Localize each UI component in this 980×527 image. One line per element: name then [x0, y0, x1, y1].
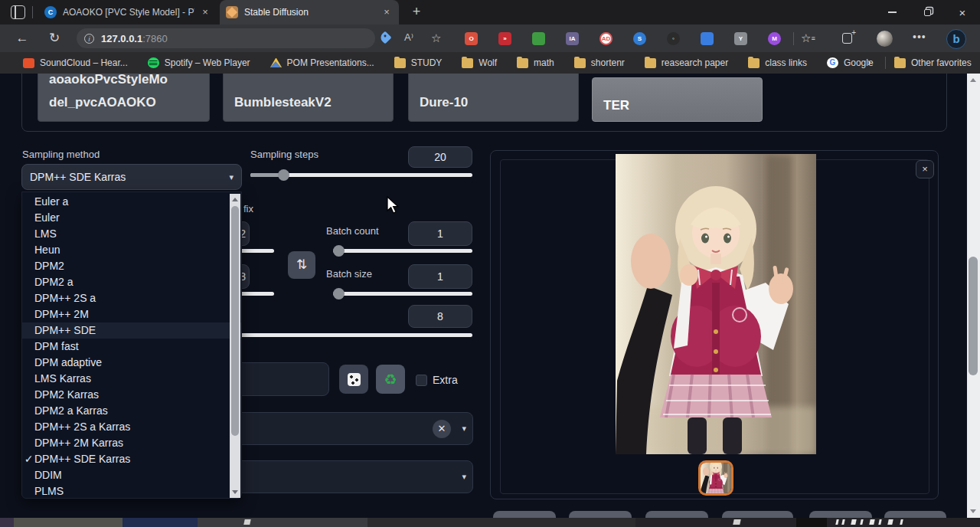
location-pin-extension-icon[interactable]: ◦	[667, 32, 680, 45]
sampler-option[interactable]: DPM++ 2M Karras	[22, 435, 241, 451]
slider-thumb[interactable]	[333, 288, 345, 300]
sampler-option[interactable]: Heun	[22, 242, 241, 258]
green-monster-extension-icon[interactable]	[532, 32, 545, 45]
scroll-up-icon[interactable]	[232, 198, 238, 201]
scrollbar-thumb[interactable]	[231, 206, 239, 436]
refresh-icon[interactable]: ↻	[46, 30, 63, 47]
add-favorite-icon[interactable]: ☆	[431, 31, 441, 45]
sampler-option[interactable]: DPM++ 2M	[22, 306, 241, 322]
globe-extension-icon[interactable]	[701, 32, 714, 45]
page-scrollbar[interactable]	[967, 74, 980, 518]
sampler-option[interactable]: Euler a	[22, 194, 241, 210]
tab-stable-diffusion[interactable]: Stable Diffusion ×	[220, 0, 399, 25]
model-card-selected[interactable]: TER	[592, 77, 763, 122]
sampler-option[interactable]: DDIM	[22, 467, 241, 483]
extra-checkbox[interactable]	[416, 375, 427, 386]
restore-button[interactable]	[910, 0, 945, 25]
tab-civitai[interactable]: C AOAOKO [PVC Style Model] - PV ×	[38, 0, 217, 25]
clear-icon[interactable]: ✕	[433, 420, 451, 438]
gallery-action-button[interactable]	[809, 511, 872, 518]
sampler-option[interactable]: DPM2	[22, 258, 241, 274]
sampler-option[interactable]: PLMS	[22, 483, 241, 499]
sampling-steps-slider[interactable]	[250, 173, 472, 177]
sampler-option[interactable]: LMS	[22, 226, 241, 242]
bookmark-item[interactable]: POM Presentations...	[270, 57, 374, 68]
sampler-option[interactable]: ✓DPM++ SDE Karras	[22, 451, 241, 467]
sampler-option[interactable]: DPM adaptive	[22, 355, 241, 371]
workspaces-icon[interactable]	[11, 5, 25, 19]
bing-chat-icon[interactable]: b	[946, 29, 966, 49]
close-tab-icon[interactable]: ×	[199, 6, 211, 18]
sampler-option[interactable]: Euler	[22, 210, 241, 226]
minimize-button[interactable]	[874, 0, 910, 25]
collections-icon[interactable]	[842, 33, 852, 44]
batch-size-slider[interactable]	[333, 292, 472, 296]
slider-thumb[interactable]	[333, 245, 345, 257]
close-gallery-button[interactable]: ×	[916, 160, 934, 178]
sampler-option[interactable]: DPM2 Karras	[22, 387, 241, 403]
settings-menu-icon[interactable]: •••	[913, 31, 926, 43]
sampler-option[interactable]: DPM++ 2S a	[22, 290, 241, 306]
reuse-seed-button[interactable]: ♻	[376, 365, 405, 394]
gallery-thumbnail-selected[interactable]	[698, 460, 733, 496]
bookmark-item[interactable]: GGoogle	[827, 57, 874, 68]
model-card[interactable]: BumblesteakV2	[223, 74, 394, 122]
profile-avatar[interactable]	[877, 31, 893, 47]
new-tab-button[interactable]: +	[408, 4, 425, 21]
model-card[interactable]: aoaokoPvcStyleMo del_pvcAOAOKO	[38, 74, 210, 122]
read-aloud-icon[interactable]: A⁾	[404, 31, 413, 43]
model-card[interactable]: Dure-10	[408, 74, 579, 122]
bookmark-item[interactable]: Spotify – Web Player	[148, 57, 250, 68]
gallery-action-button[interactable]	[569, 511, 632, 518]
sampler-option[interactable]: DPM2 a	[22, 274, 241, 290]
bookmark-item[interactable]: math	[517, 57, 554, 68]
bookmark-item[interactable]: SoundCloud – Hear...	[23, 57, 128, 68]
bookmark-item[interactable]: STUDY	[394, 57, 443, 68]
random-seed-button[interactable]	[339, 365, 368, 394]
gallery-action-button[interactable]	[645, 511, 708, 518]
bookmarks-divider	[885, 57, 886, 69]
generated-image[interactable]	[616, 154, 816, 454]
address-bar[interactable]: i 127.0.0.1:7860	[77, 28, 375, 48]
bookmark-item[interactable]: Wolf	[462, 57, 497, 68]
scrollbar-thumb[interactable]	[969, 257, 978, 375]
batch-count-slider[interactable]	[333, 249, 472, 253]
bookmark-item[interactable]: reasearch paper	[645, 57, 728, 68]
gallery-action-button[interactable]	[493, 511, 556, 518]
close-window-button[interactable]: ×	[945, 0, 980, 25]
cfg-scale-value[interactable]: 8	[408, 305, 472, 328]
site-info-icon[interactable]: i	[84, 34, 94, 44]
ad-blocker-extension-icon[interactable]: AD	[599, 32, 612, 45]
batch-size-value[interactable]: 1	[408, 264, 472, 289]
sampler-option[interactable]: DPM++ SDE	[22, 322, 241, 339]
hires-fix-label-fragment[interactable]: fix	[243, 203, 253, 214]
fast-forward-extension-icon[interactable]: »	[498, 32, 511, 45]
slider-thumb[interactable]	[278, 169, 289, 181]
bookmark-item[interactable]: shortenr	[574, 57, 625, 68]
ia-extension-icon[interactable]: IA	[566, 32, 579, 45]
batch-count-value[interactable]: 1	[408, 221, 472, 246]
gallery-action-button[interactable]	[884, 511, 946, 518]
dropdown-scrollbar[interactable]	[230, 194, 240, 498]
sampler-option[interactable]: LMS Karras	[22, 371, 241, 387]
bookmark-item[interactable]: class links	[748, 57, 807, 68]
scroll-down-icon[interactable]	[232, 490, 238, 494]
scroll-up-icon[interactable]	[970, 78, 976, 82]
scroll-down-icon[interactable]	[970, 509, 976, 513]
bookmarks-overflow-chevron-icon[interactable]: ›	[867, 56, 871, 68]
sampling-steps-value[interactable]: 20	[408, 146, 472, 168]
back-icon[interactable]: ←	[14, 30, 31, 47]
close-tab-icon[interactable]: ×	[381, 6, 393, 18]
other-favorites-button[interactable]: Other favorites	[894, 52, 972, 74]
sampler-option[interactable]: DPM2 a Karras	[22, 403, 241, 419]
monica-extension-icon[interactable]: M	[768, 32, 781, 45]
shazam-extension-icon[interactable]: S	[633, 32, 646, 45]
gallery-action-button[interactable]	[722, 511, 793, 518]
swap-width-height-button[interactable]: ⇅	[288, 251, 315, 279]
sampler-option[interactable]: DPM++ 2S a Karras	[22, 419, 241, 435]
favorites-icon[interactable]: ☆≡	[801, 31, 815, 45]
sampler-option[interactable]: DPM fast	[22, 339, 241, 355]
y-extension-icon[interactable]: Y	[734, 32, 747, 45]
o-extension-icon[interactable]: O	[465, 32, 478, 45]
sampling-method-select[interactable]: DPM++ SDE Karras ▾	[21, 164, 242, 190]
